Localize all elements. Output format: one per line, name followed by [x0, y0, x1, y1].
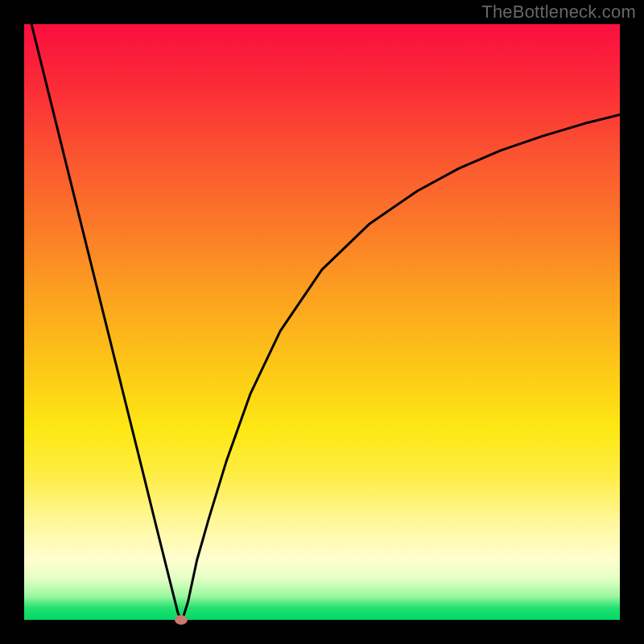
- chart-frame: TheBottleneck.com: [0, 0, 644, 644]
- watermark-text: TheBottleneck.com: [481, 2, 636, 23]
- min-point-marker: [175, 615, 188, 625]
- plot-area: [24, 24, 620, 620]
- bottleneck-curve: [24, 24, 620, 620]
- curve-svg: [24, 24, 620, 620]
